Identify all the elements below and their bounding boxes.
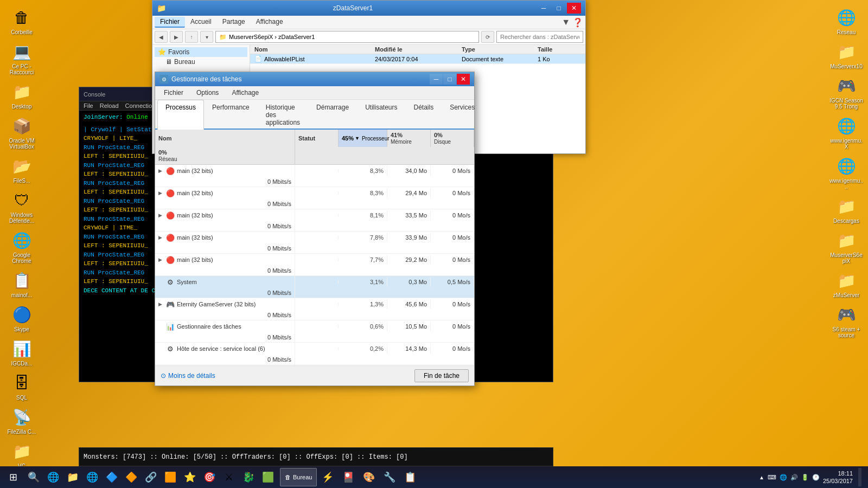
taskbar-vs2-icon[interactable]: 🔶: [122, 468, 141, 486]
taskbar-chrome-icon[interactable]: 🌐: [82, 468, 102, 486]
desktop-icon-right[interactable]: 🎮 S6 steam + source: [827, 301, 866, 341]
tm-menu-affichage[interactable]: Affichage: [225, 87, 265, 98]
desktop-icon-right[interactable]: 🌐 www.igenmu.X: [827, 113, 866, 152]
desktop-icon-left[interactable]: 💻 Ce PC - Raccourci: [2, 38, 41, 78]
th-name[interactable]: Nom: [155, 130, 295, 147]
tm-process-row[interactable]: ▶🔴main (32 bits)8,1%33,5 Mo0 Mo/s0 Mbits…: [155, 209, 474, 232]
tm-process-row[interactable]: ▶🔴main (32 bits)7,8%33,9 Mo0 Mo/s0 Mbits…: [155, 232, 474, 254]
desktop-icon-left[interactable]: 🗑 Corbeille: [2, 4, 41, 37]
expand-arrow-icon[interactable]: ▶: [158, 190, 164, 196]
tm-process-row[interactable]: ▶🎮Eternity GameServer (32 bits)1,3%45,6 …: [155, 298, 474, 320]
tm-process-row[interactable]: 📊Gestionnaire des tâches0,6%10,5 Mo0 Mo/…: [155, 320, 474, 343]
taskbar-app4-icon[interactable]: ⚔: [219, 468, 239, 486]
expand-arrow-icon[interactable]: ▶: [158, 257, 164, 262]
tm-maximize-button[interactable]: □: [443, 74, 456, 85]
console-menu-connection[interactable]: Connection: [125, 102, 156, 109]
desktop-icon-right[interactable]: 📁 Descargas: [827, 193, 866, 226]
fe-refresh-button[interactable]: ⟳: [481, 31, 494, 43]
expand-arrow-icon[interactable]: ▶: [158, 235, 164, 240]
taskbar-search-icon[interactable]: 🔍: [24, 468, 43, 486]
tray-network[interactable]: 🌐: [780, 474, 787, 481]
desktop-icon-left[interactable]: 📡 FileZilla C...: [2, 404, 41, 437]
taskbar-app9-icon[interactable]: 🎨: [359, 468, 379, 486]
tray-battery[interactable]: 🔋: [801, 474, 809, 481]
tab-processus[interactable]: Processus: [157, 100, 204, 130]
expand-arrow-icon[interactable]: ▶: [158, 168, 164, 174]
expand-arrow-icon[interactable]: ▶: [158, 301, 164, 307]
taskbar-app1-icon[interactable]: 🟧: [161, 468, 180, 486]
taskbar-app5-icon[interactable]: 🐉: [239, 468, 258, 486]
tab-utilisateurs[interactable]: Utilisateurs: [357, 100, 405, 130]
desktop-icon-right[interactable]: 🌐 Reseau: [827, 4, 866, 37]
tab-historique[interactable]: Historique des applications: [258, 100, 308, 130]
fe-forward-button[interactable]: ▶: [170, 31, 183, 43]
taskbar-ie-icon[interactable]: 🌐: [43, 468, 63, 486]
th-memory[interactable]: 41%Mémoire: [387, 130, 431, 147]
sidebar-favoris[interactable]: ⭐ Favoris: [155, 47, 247, 57]
fe-menu-partage[interactable]: Partage: [217, 17, 251, 28]
console-menu-file[interactable]: File: [84, 102, 93, 109]
desktop-icon-right[interactable]: 📁 MuServerx10: [827, 38, 866, 72]
tab-services[interactable]: Services: [442, 100, 483, 130]
desktop-icon-right[interactable]: 📁 MuserverS6epiX: [827, 227, 866, 266]
file-explorer-search[interactable]: [496, 31, 583, 43]
taskbar-vs-icon[interactable]: 🔷: [102, 468, 122, 486]
desktop-icon-left[interactable]: 📦 Oracle VM VirtualBox: [2, 113, 41, 152]
desktop-icon-right[interactable]: 🌐 www.igenmu....: [827, 153, 866, 192]
less-details-link[interactable]: ⊙ Moins de détails: [161, 372, 215, 380]
tm-process-row[interactable]: ▶🔴main (32 bits)8,3%29,4 Mo0 Mo/s0 Mbits…: [155, 187, 474, 209]
desktop-icon-left[interactable]: 📁 Desktop: [2, 79, 41, 112]
show-desktop-button[interactable]: [858, 468, 861, 486]
tray-volume[interactable]: 🔊: [790, 474, 798, 481]
taskbar-app8-icon[interactable]: 🎴: [339, 468, 358, 486]
tray-arrow[interactable]: ▲: [759, 474, 764, 480]
desktop-icon-left[interactable]: 📂 FileS...: [2, 153, 41, 186]
th-cpu[interactable]: 45% ▼ Processeur: [339, 130, 387, 147]
fe-col-type[interactable]: Type: [462, 46, 538, 53]
start-button[interactable]: ⊞: [2, 467, 24, 487]
tm-minimize-button[interactable]: ─: [430, 74, 443, 85]
fe-recent-button[interactable]: ▾: [200, 31, 213, 43]
tm-process-row[interactable]: ⚙Hôte de service : service local (6)0,2%…: [155, 343, 474, 365]
tm-close-button[interactable]: ✕: [457, 74, 470, 85]
tm-process-row[interactable]: ⚙System3,1%0,3 Mo0,5 Mo/s0 Mbits/s: [155, 276, 474, 298]
fe-menu-accueil[interactable]: Accueil: [185, 17, 217, 28]
fe-maximize-button[interactable]: □: [552, 3, 566, 14]
expand-arrow-icon[interactable]: ▶: [158, 213, 164, 218]
desktop-icon-left[interactable]: 🗄 SQL: [2, 370, 41, 403]
taskbar-app2-icon[interactable]: ⭐: [180, 468, 200, 486]
fe-col-name[interactable]: Nom: [254, 46, 375, 53]
taskbar-explorer-icon[interactable]: 📁: [63, 468, 82, 486]
tm-process-row[interactable]: ▶🔴main (32 bits)8,3%34,0 Mo0 Mo/s0 Mbits…: [155, 165, 474, 187]
fe-menu-affichage[interactable]: Affichage: [251, 17, 289, 28]
fe-up-button[interactable]: ↑: [185, 31, 198, 43]
fe-file-row[interactable]: 📄 AllowableIPList 24/03/2017 0:04 Docume…: [250, 54, 585, 64]
tab-performance[interactable]: Performance: [204, 100, 258, 130]
th-network[interactable]: 0%Réseau: [155, 147, 295, 164]
fe-close-button[interactable]: ✕: [567, 3, 581, 14]
desktop-icon-left[interactable]: 🌐 Google Chrome: [2, 227, 41, 266]
th-disk[interactable]: 0%Disque: [431, 130, 474, 147]
desktop-icon-right[interactable]: 📁 zMuServer: [827, 267, 866, 300]
fe-minimize-button[interactable]: ─: [537, 3, 551, 14]
taskbar-app11-icon[interactable]: 📋: [400, 468, 420, 486]
file-explorer-path[interactable]: 📁 MuserverS6epiX › zDataServer1: [215, 31, 479, 43]
desktop-icon-left[interactable]: 🔵 Skype: [2, 301, 41, 335]
console-menu-reload[interactable]: Reload: [100, 102, 119, 109]
taskbar-app3-icon[interactable]: 🎯: [200, 468, 219, 486]
fe-back-button[interactable]: ◀: [155, 31, 168, 43]
end-task-button[interactable]: Fin de tâche: [414, 369, 469, 382]
fe-col-modified[interactable]: Modifié le: [375, 46, 462, 53]
desktop-icon-right[interactable]: 🎮 IGCN Season 9.5 Trong: [827, 73, 866, 112]
taskbar-app10-icon[interactable]: 🔧: [380, 468, 399, 486]
taskbar-clock[interactable]: 18:11 25/03/2017: [823, 470, 853, 485]
desktop-icon-left[interactable]: 📊 IGCDa...: [2, 336, 41, 369]
taskbar-app6-icon[interactable]: 🟩: [258, 468, 278, 486]
th-status[interactable]: Statut: [295, 130, 339, 147]
tm-menu-options[interactable]: Options: [190, 87, 225, 98]
fe-menu-fichier[interactable]: Fichier: [155, 17, 185, 28]
tab-details[interactable]: Détails: [406, 100, 442, 130]
desktop-icon-left[interactable]: 📋 mainof...: [2, 267, 41, 300]
taskbar-item-bureau[interactable]: 🗑 Bureau: [280, 468, 317, 486]
desktop-icon-left[interactable]: 🛡 Windows Défende...: [2, 187, 41, 226]
